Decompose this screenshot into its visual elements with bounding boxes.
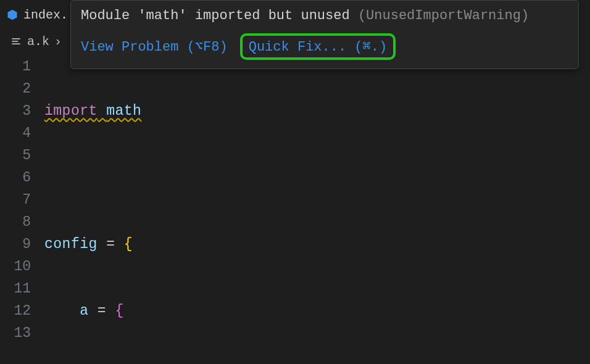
code-line: import math <box>44 100 590 122</box>
brace: { <box>124 236 133 252</box>
code-line <box>44 167 590 189</box>
tooltip-message-code: (UnusedImportWarning) <box>358 8 529 23</box>
identifier: config <box>44 236 98 252</box>
breadcrumb-icon <box>10 35 22 48</box>
line-number: 3 <box>0 100 31 122</box>
line-number: 4 <box>0 122 31 144</box>
gutter: 1 2 3 4 5 6 7 8 9 10 11 12 13 <box>0 56 44 364</box>
line-number: 9 <box>0 233 31 255</box>
space <box>98 103 106 119</box>
line-number: 10 <box>0 255 31 278</box>
code-line: config = { <box>44 233 590 255</box>
line-number: 11 <box>0 278 31 300</box>
tooltip-message: Module 'math' imported but unused (Unuse… <box>71 1 578 27</box>
code-area[interactable]: import math config = { a = { x = 1 y = 2… <box>44 56 590 364</box>
line-number: 6 <box>0 167 31 189</box>
line-number: 2 <box>0 78 31 100</box>
file-icon <box>6 9 19 21</box>
line-number: 5 <box>0 144 31 167</box>
editor[interactable]: 1 2 3 4 5 6 7 8 9 10 11 12 13 import mat… <box>0 53 590 364</box>
operator: = <box>98 236 124 252</box>
line-number: 12 <box>0 300 31 322</box>
identifier: math <box>106 103 141 119</box>
line-number: 7 <box>0 189 31 211</box>
line-number: 13 <box>0 322 31 344</box>
identifier: a <box>80 303 88 319</box>
code-line: a = { <box>44 300 590 322</box>
line-number: 8 <box>0 211 31 233</box>
tooltip-message-text: Module 'math' imported but unused <box>81 8 350 23</box>
tab-filename: index. <box>23 8 68 22</box>
quick-fix-button[interactable]: Quick Fix... (⌘.) <box>240 33 396 60</box>
operator: = <box>89 303 115 319</box>
tooltip-actions: View Problem (⌥F8) Quick Fix... (⌘.) <box>71 27 578 68</box>
editor-tab[interactable]: index. <box>0 0 74 30</box>
indent <box>44 303 80 319</box>
keyword: import <box>44 103 98 119</box>
view-problem-button[interactable]: View Problem (⌥F8) <box>81 38 228 55</box>
line-number: 1 <box>0 56 31 78</box>
hover-tooltip: Module 'math' imported but unused (Unuse… <box>70 0 579 69</box>
brace: { <box>115 303 123 319</box>
chevron-right-icon: › <box>54 35 62 49</box>
breadcrumb-file[interactable]: a.k <box>27 35 49 49</box>
